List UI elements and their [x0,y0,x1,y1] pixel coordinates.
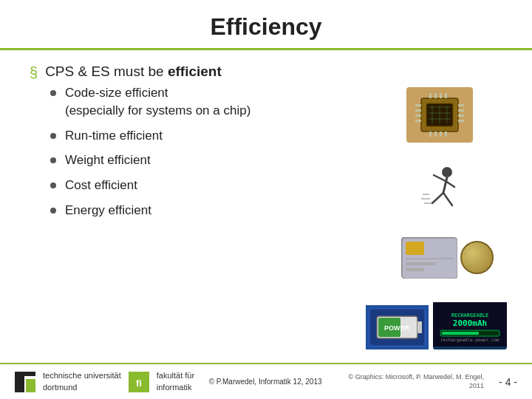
svg-rect-11 [434,93,437,98]
svg-rect-7 [458,109,464,112]
tu-dortmund-logo [15,372,35,392]
slide-footer: technische universitätdortmund fi fakult… [0,363,532,399]
footer-left: technische universitätdortmund fi fakult… [15,370,194,393]
svg-rect-51 [15,372,35,376]
svg-rect-14 [429,132,432,137]
svg-line-27 [446,181,454,187]
svg-point-24 [442,167,452,177]
coin-visual [460,241,494,274]
section-icon: § [30,65,38,80]
runner-image [419,165,467,213]
svg-text:POWER: POWER [383,324,409,332]
svg-text:RECHARGEABLE: RECHARGEABLE [451,313,488,318]
svg-rect-13 [445,93,447,98]
svg-rect-16 [440,132,442,137]
bullet-dot [50,157,56,163]
svg-rect-2 [415,104,421,106]
svg-text:rechargeable-power.com: rechargeable-power.com [440,337,499,343]
bullet-dot [50,183,56,188]
energy-box-2: RECHARGEABLE 2000mAh rechargeable-power.… [433,305,507,349]
slide: Efficiency § CPS & ES must be efficient … [0,0,532,399]
bullet-dot [50,133,56,139]
svg-rect-41 [417,321,422,333]
svg-rect-52 [26,379,35,392]
svg-rect-12 [440,93,442,98]
svg-rect-6 [458,104,464,106]
svg-rect-9 [458,120,464,122]
svg-text:2000mAh: 2000mAh [452,318,486,328]
svg-rect-8 [458,115,464,117]
svg-rect-3 [415,109,421,112]
svg-rect-5 [415,120,421,122]
bullet-dot [50,208,56,214]
card-coin-image [416,231,479,283]
main-bullet-text: CPS & ES must be efficient [45,64,222,80]
fi-logo: fi [129,372,149,392]
slide-content: § CPS & ES must be efficient Code-size e… [0,50,532,363]
svg-line-29 [443,193,452,205]
svg-rect-4 [415,115,421,117]
svg-rect-10 [429,93,432,98]
card-visual [401,237,457,278]
main-bullet: § CPS & ES must be efficient [30,64,502,80]
sub-bullet-text: Cost efficient [65,177,137,194]
svg-rect-15 [434,132,437,137]
university-name: technische universitätdortmund [43,370,121,393]
svg-rect-37 [406,268,424,271]
faculty-name: fakultät fürinformatik [157,370,194,393]
sub-bullet-text: Run-time efficient [65,127,163,145]
slide-header: Efficiency [0,0,532,50]
energy-image: POWER RECHARGEABLE 2000mAh rechargeable-… [362,301,510,353]
sub-bullet-text: Weight efficient [65,151,151,169]
sub-bullet-text: Code-size efficient(especially for syste… [65,84,250,120]
graphics-text: © Graphics: Microsoft, P. Marwedel, M. E… [349,373,485,389]
svg-line-28 [432,193,443,203]
svg-text:fi: fi [136,378,142,389]
slide-title: Efficiency [30,13,502,41]
bullet-dot [50,90,56,96]
author-text: © P.Marwedel, Informatik 12, 2013 [209,378,322,386]
svg-rect-17 [445,132,447,137]
footer-graphics-credit: © Graphics: Microsoft, P. Marwedel, M. E… [336,373,484,390]
svg-rect-34 [406,242,424,255]
svg-rect-36 [406,262,435,265]
sub-bullet-text: Energy efficient [65,202,151,219]
svg-rect-48 [442,332,479,335]
energy-box-1: POWER [366,305,429,349]
page-number: - 4 - [499,376,517,388]
chip-image [406,87,473,143]
footer-author: © P.Marwedel, Informatik 12, 2013 [209,378,322,386]
